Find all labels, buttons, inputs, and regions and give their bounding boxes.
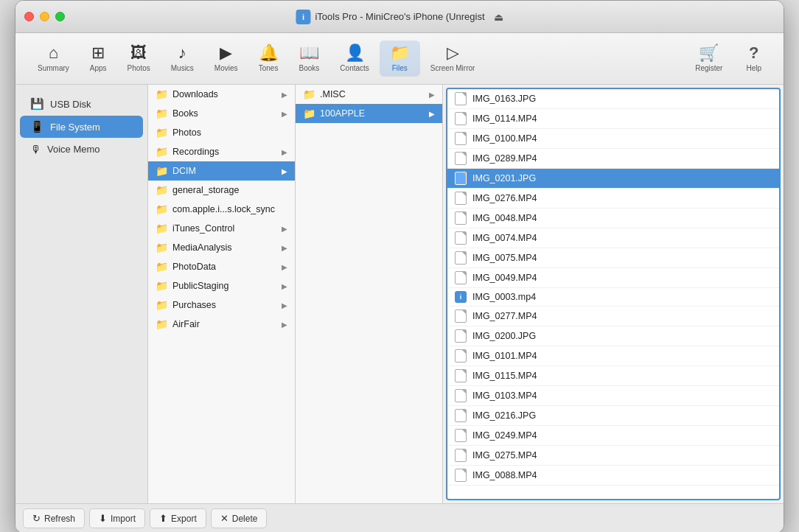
folder-dcim[interactable]: 📁 DCIM ▶ bbox=[148, 161, 295, 181]
file-icon-mp4-0101 bbox=[455, 349, 467, 363]
file-img-0075[interactable]: IMG_0075.MP4 bbox=[447, 248, 779, 268]
folder-general-storage[interactable]: 📁 general_storage bbox=[148, 181, 295, 200]
file-img-0275[interactable]: IMG_0275.MP4 bbox=[447, 446, 779, 466]
folder-photodata-label: PhotoData bbox=[172, 262, 216, 272]
toolbar-item-movies[interactable]: ▶ Movies bbox=[204, 41, 248, 77]
toolbar-item-musics[interactable]: ♪ Musics bbox=[161, 41, 204, 77]
file-img-0249[interactable]: IMG_0249.MP4 bbox=[447, 426, 779, 446]
file-img-0074[interactable]: IMG_0074.MP4 bbox=[447, 228, 779, 248]
export-label: Export bbox=[171, 514, 197, 524]
folder-100apple-label: 100APPLE bbox=[320, 108, 365, 119]
folder-icon-misc: 📁 bbox=[303, 88, 315, 100]
file-img-0289[interactable]: IMG_0289.MP4 bbox=[447, 149, 779, 169]
apps-icon: ⊞ bbox=[91, 45, 105, 61]
toolbar-item-files[interactable]: 📁 Files bbox=[380, 41, 420, 77]
file-img-0114[interactable]: IMG_0114.MP4 bbox=[447, 109, 779, 129]
file-img-0101[interactable]: IMG_0101.MP4 bbox=[447, 346, 779, 366]
toolbar-item-tones[interactable]: 🔔 Tones bbox=[248, 41, 289, 77]
folder-icon-recordings: 📁 bbox=[156, 146, 168, 158]
folder-com-apple-label: com.apple.i...s.lock_sync bbox=[172, 204, 275, 214]
movies-label: Movies bbox=[214, 64, 238, 72]
folder-com-apple[interactable]: 📁 com.apple.i...s.lock_sync bbox=[148, 200, 295, 219]
books-label: Books bbox=[299, 64, 320, 72]
folder-100apple[interactable]: 📁 100APPLE ▶ bbox=[296, 104, 442, 123]
maximize-button[interactable] bbox=[55, 12, 65, 21]
folder-books[interactable]: 📁 Books ▶ bbox=[148, 104, 295, 123]
export-button[interactable]: ⬆ Export bbox=[150, 508, 206, 528]
file-img-0200[interactable]: IMG_0200.JPG bbox=[447, 326, 779, 346]
file-img-0048[interactable]: IMG_0048.MP4 bbox=[447, 209, 779, 228]
folder-public-staging[interactable]: 📁 PublicStaging ▶ bbox=[148, 276, 295, 295]
file-icon-mp4-0115 bbox=[455, 369, 467, 382]
toolbar-item-books[interactable]: 📖 Books bbox=[289, 41, 330, 77]
files-label: Files bbox=[392, 64, 408, 72]
folder-misc[interactable]: 📁 .MISC ▶ bbox=[296, 85, 442, 104]
sidebar: 💾 USB Disk 📱 File System 🎙 Voice Memo bbox=[15, 85, 148, 503]
folder-photos[interactable]: 📁 Photos bbox=[148, 123, 295, 142]
file-name-0249: IMG_0249.MP4 bbox=[472, 430, 537, 441]
file-icon-jpg-0200 bbox=[455, 329, 467, 343]
sidebar-item-voice-memo[interactable]: 🎙 Voice Memo bbox=[20, 139, 143, 160]
folder-media-analysis[interactable]: 📁 MediaAnalysis ▶ bbox=[148, 238, 295, 257]
sidebar-item-usb-disk-label: USB Disk bbox=[50, 99, 91, 110]
folder-airfair[interactable]: 📁 AirFair ▶ bbox=[148, 315, 295, 334]
file-img-0100[interactable]: IMG_0100.MP4 bbox=[447, 129, 779, 149]
file-img-0216[interactable]: IMG_0216.JPG bbox=[447, 406, 779, 426]
app-window: i iTools Pro - MiniCreo's iPhone (Unregi… bbox=[15, 0, 784, 532]
folder-icon-photos: 📁 bbox=[156, 127, 168, 139]
sidebar-item-file-system-label: File System bbox=[50, 122, 100, 133]
contacts-icon: 👤 bbox=[345, 45, 365, 61]
import-button[interactable]: ⬇ Import bbox=[89, 508, 145, 528]
sidebar-item-usb-disk[interactable]: 💾 USB Disk bbox=[20, 93, 143, 115]
file-icon-mp4-0103 bbox=[455, 389, 467, 402]
file-img-0277[interactable]: IMG_0277.MP4 bbox=[447, 307, 779, 326]
delete-button[interactable]: ✕ Delete bbox=[211, 508, 268, 528]
toolbar-item-photos[interactable]: 🖼 Photos bbox=[117, 41, 161, 77]
folder-icon-airfair: 📁 bbox=[156, 318, 168, 330]
file-img-0163[interactable]: IMG_0163.JPG bbox=[447, 89, 779, 109]
file-name-0277: IMG_0277.MP4 bbox=[472, 311, 537, 321]
folder-dcim-label: DCIM bbox=[172, 166, 196, 176]
eject-icon[interactable]: ⏏ bbox=[494, 11, 503, 23]
arrow-dcim: ▶ bbox=[282, 167, 287, 175]
folder-airfair-label: AirFair bbox=[172, 319, 200, 329]
file-img-0088[interactable]: IMG_0088.MP4 bbox=[447, 466, 779, 486]
file-img-0049[interactable]: IMG_0049.MP4 bbox=[447, 268, 779, 288]
file-img-0201[interactable]: IMG_0201.JPG bbox=[447, 169, 779, 189]
screen-mirror-icon: ▷ bbox=[447, 45, 459, 61]
file-icon-mp4-0249 bbox=[455, 429, 467, 442]
toolbar-item-summary[interactable]: ⌂ Summary bbox=[27, 41, 80, 77]
apps-label: Apps bbox=[90, 64, 107, 72]
file-name-0103: IMG_0103.MP4 bbox=[472, 391, 537, 401]
sidebar-item-file-system[interactable]: 📱 File System bbox=[20, 116, 143, 138]
folder-itunes[interactable]: 📁 iTunes_Control ▶ bbox=[148, 219, 295, 238]
file-name-0074: IMG_0074.MP4 bbox=[472, 233, 537, 243]
file-img-0115[interactable]: IMG_0115.MP4 bbox=[447, 366, 779, 386]
folder-recordings[interactable]: 📁 Recordings ▶ bbox=[148, 142, 295, 161]
close-button[interactable] bbox=[24, 12, 34, 21]
folder-books-label: Books bbox=[172, 108, 198, 119]
toolbar-item-contacts[interactable]: 👤 Contacts bbox=[329, 41, 379, 77]
toolbar-item-screen-mirror[interactable]: ▷ Screen Mirror bbox=[420, 41, 486, 77]
arrow-books: ▶ bbox=[282, 110, 287, 118]
file-name-0088: IMG_0088.MP4 bbox=[472, 470, 537, 480]
folder-photo-data[interactable]: 📁 PhotoData ▶ bbox=[148, 257, 295, 276]
itools-icon-0003: i bbox=[455, 291, 467, 303]
arrow-airfair: ▶ bbox=[282, 321, 287, 329]
toolbar-item-apps[interactable]: ⊞ Apps bbox=[80, 41, 117, 77]
file-icon-jpg-0216 bbox=[455, 409, 467, 422]
folder-icon-public: 📁 bbox=[156, 280, 168, 292]
minimize-button[interactable] bbox=[40, 12, 49, 21]
help-button[interactable]: ? Help bbox=[736, 41, 772, 77]
file-img-0003[interactable]: i IMG_0003.mp4 bbox=[447, 288, 779, 307]
refresh-button[interactable]: ↻ Refresh bbox=[23, 508, 85, 528]
folder-purchases[interactable]: 📁 Purchases ▶ bbox=[148, 295, 295, 315]
folder-itunes-label: iTunes_Control bbox=[172, 223, 234, 234]
file-img-0103[interactable]: IMG_0103.MP4 bbox=[447, 386, 779, 406]
register-button[interactable]: 🛒 Register bbox=[685, 41, 733, 77]
file-img-0276[interactable]: IMG_0276.MP4 bbox=[447, 189, 779, 209]
refresh-icon: ↻ bbox=[32, 513, 41, 524]
arrow-100apple: ▶ bbox=[429, 110, 435, 118]
folder-downloads[interactable]: 📁 Downloads ▶ bbox=[148, 85, 295, 104]
folder-purchases-label: Purchases bbox=[172, 300, 216, 310]
